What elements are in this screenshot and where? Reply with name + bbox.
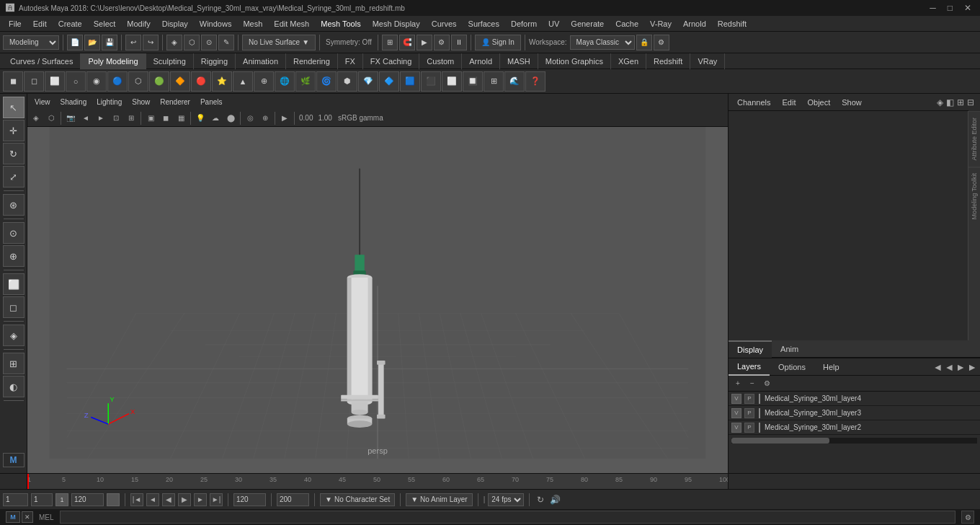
sound-button[interactable]: 🔊: [549, 494, 561, 506]
move-tool-button[interactable]: ✛: [3, 120, 24, 141]
layer-fwd-btn[interactable]: ►: [956, 361, 966, 373]
shelf-icon-10[interactable]: 🔴: [191, 71, 211, 92]
tab-rendering[interactable]: Rendering: [286, 53, 338, 69]
isolate-button[interactable]: ◐: [3, 376, 24, 397]
ipr-button[interactable]: ⏸: [451, 35, 467, 50]
viewport-menu-view[interactable]: View: [30, 97, 55, 107]
layer-icon[interactable]: ◧: [946, 97, 954, 107]
redo-button[interactable]: ↪: [143, 35, 159, 50]
settings-icon[interactable]: ⚙: [654, 35, 669, 50]
prev-frame-button[interactable]: ◄: [146, 493, 159, 506]
menu-display[interactable]: Display: [156, 18, 194, 30]
menu-vray[interactable]: V-Ray: [644, 18, 677, 30]
layer-4-playback[interactable]: P: [744, 394, 754, 404]
fps-select[interactable]: 24 fps 30 fps 25 fps: [488, 493, 524, 506]
vp-ao-btn[interactable]: ⬤: [223, 111, 238, 125]
viewport-menu-renderer[interactable]: Renderer: [156, 97, 195, 107]
snap-button[interactable]: 🧲: [399, 35, 415, 50]
attr-icon[interactable]: ◈: [937, 97, 943, 107]
menu-arnold[interactable]: Arnold: [677, 18, 712, 30]
next-frame-button[interactable]: ►: [194, 493, 207, 506]
layer-settings-btn[interactable]: ⚙: [760, 377, 773, 390]
live-surface-button[interactable]: No Live Surface ▼: [242, 35, 316, 50]
loop-button[interactable]: ↻: [535, 494, 546, 506]
anim-layer-button[interactable]: ▼ No Anim Layer: [406, 493, 473, 506]
viewport-menu-lighting[interactable]: Lighting: [92, 97, 126, 107]
3d-scene[interactable]: X Y Z persp: [27, 127, 728, 459]
shelf-icon-16[interactable]: 🌀: [316, 71, 337, 92]
shelf-icon-2[interactable]: ◻: [24, 71, 44, 92]
play-end-input[interactable]: [277, 493, 309, 506]
shelf-icon-5[interactable]: ◉: [86, 71, 107, 92]
menu-windows[interactable]: Windows: [194, 18, 238, 30]
layer-item-4[interactable]: V P Medical_Syringe_30ml_layer4: [729, 392, 980, 406]
marquee-select-button[interactable]: ⬜: [3, 273, 24, 295]
play-back-button[interactable]: ◀: [162, 493, 175, 506]
shelf-icon-14[interactable]: 🌐: [275, 71, 295, 92]
tab-motion-graphics[interactable]: Motion Graphics: [538, 53, 611, 69]
sign-in-button[interactable]: 👤 Sign In: [475, 35, 521, 50]
shelf-icon-24[interactable]: ⊞: [484, 71, 504, 92]
vp-wireframe-btn[interactable]: ▣: [143, 111, 158, 125]
layer-scroll-thumb[interactable]: [731, 438, 829, 444]
maya-mini-icon[interactable]: M: [6, 511, 20, 523]
tab-fx-caching[interactable]: FX Caching: [363, 53, 419, 69]
menu-file[interactable]: File: [3, 18, 27, 30]
menu-cache[interactable]: Cache: [610, 18, 644, 30]
vp-select-mode[interactable]: ◈: [29, 111, 43, 125]
menu-edit[interactable]: Edit: [27, 18, 53, 30]
shelf-icon-11[interactable]: ⭐: [212, 71, 232, 92]
playhead[interactable]: [27, 474, 29, 489]
shelf-icon-25[interactable]: 🌊: [504, 71, 525, 92]
object-menu[interactable]: Object: [804, 98, 833, 107]
viewport-menu-panels[interactable]: Panels: [196, 97, 227, 107]
lock-icon[interactable]: 🔒: [636, 35, 652, 50]
viewport-menu-show[interactable]: Show: [128, 97, 154, 107]
help-tab[interactable]: Help: [814, 358, 848, 376]
open-scene-button[interactable]: 📂: [84, 35, 100, 50]
tab-vray[interactable]: VRay: [690, 53, 725, 69]
vp-bookmark[interactable]: ⊡: [109, 111, 123, 125]
channels-menu[interactable]: Channels: [734, 98, 773, 107]
current-frame-input[interactable]: [3, 493, 28, 506]
soft-select-tool-button[interactable]: ⊙: [3, 222, 24, 244]
tab-mash[interactable]: MASH: [500, 53, 538, 69]
vp-playblast[interactable]: ▶: [277, 111, 292, 125]
mode-select[interactable]: Modeling Rigging Animation FX Rendering …: [3, 35, 59, 50]
layer-delete-btn[interactable]: −: [746, 377, 759, 390]
menu-generate[interactable]: Generate: [565, 18, 610, 30]
menu-redshift[interactable]: Redshift: [712, 18, 752, 30]
layer-fwd2-btn[interactable]: ►: [967, 361, 977, 373]
universal-manip-button[interactable]: ⊛: [3, 194, 24, 216]
tab-curves-surfaces[interactable]: Curves / Surfaces: [3, 53, 81, 69]
anim-tab[interactable]: Anim: [772, 340, 807, 358]
tab-xgen[interactable]: XGen: [611, 53, 646, 69]
timeline[interactable]: 1 5 10 15 20 25 30 35 40 45 50 55 60 65 …: [0, 473, 980, 489]
layer-item-3[interactable]: V P Medical_Syringe_30ml_layer3: [729, 406, 980, 420]
shelf-icon-6[interactable]: 🔵: [107, 71, 128, 92]
menu-surfaces[interactable]: Surfaces: [463, 18, 505, 30]
tab-poly-modeling[interactable]: Poly Modeling: [81, 53, 146, 69]
vp-prev-cam[interactable]: ◄: [79, 111, 93, 125]
maximize-button[interactable]: □: [945, 3, 956, 13]
modeling-toolkit-tab[interactable]: Modeling Toolkit: [968, 167, 980, 225]
camera-view-button[interactable]: ◈: [3, 325, 24, 346]
go-to-end-button[interactable]: ►|: [210, 493, 223, 506]
shelf-icon-21[interactable]: ⬛: [421, 71, 441, 92]
layer-2-visibility[interactable]: V: [731, 423, 741, 433]
shelf-icon-7[interactable]: ⬡: [128, 71, 148, 92]
rotate-tool-button[interactable]: ↻: [3, 143, 24, 164]
vp-camera-icon[interactable]: 📷: [63, 111, 78, 125]
shelf-icon-26[interactable]: ❓: [525, 71, 545, 92]
render-settings-button[interactable]: ⚙: [434, 35, 450, 50]
menu-modify[interactable]: Modify: [121, 18, 156, 30]
vp-wireframe-icon[interactable]: ⬡: [44, 111, 58, 125]
vp-light-btn[interactable]: 💡: [193, 111, 208, 125]
timeline-ticks[interactable]: 1 5 10 15 20 25 30 35 40 45 50 55 60 65 …: [27, 474, 728, 489]
tab-fx[interactable]: FX: [338, 53, 363, 69]
menu-select[interactable]: Select: [88, 18, 122, 30]
menu-create[interactable]: Create: [53, 18, 88, 30]
shelf-icon-4[interactable]: ○: [66, 71, 86, 92]
menu-edit-mesh[interactable]: Edit Mesh: [268, 18, 315, 30]
render-button[interactable]: ▶: [416, 35, 432, 50]
